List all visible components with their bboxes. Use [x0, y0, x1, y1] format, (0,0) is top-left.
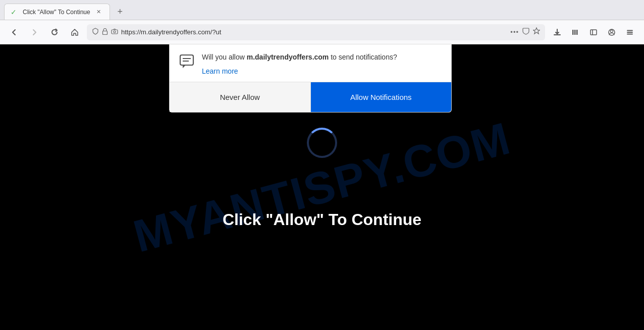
popup-content-area: Will you allow m.dailytrendyoffers.com t…: [170, 44, 451, 82]
forward-icon: [30, 28, 38, 36]
back-icon: [10, 28, 18, 36]
popup-buttons: Never Allow Allow Notifications: [170, 82, 451, 112]
download-icon: [553, 28, 561, 36]
forward-button[interactable]: [26, 24, 42, 40]
question-suffix: to send notifications?: [329, 53, 397, 61]
svg-rect-3: [572, 30, 574, 35]
svg-rect-4: [574, 30, 576, 35]
loading-spinner: [307, 128, 337, 158]
notification-icon: [178, 52, 196, 71]
library-button[interactable]: [567, 24, 583, 40]
shield-icon: [92, 28, 99, 36]
never-allow-button[interactable]: Never Allow: [170, 82, 311, 112]
pocket-button[interactable]: [522, 27, 530, 37]
bookmark-button[interactable]: [533, 27, 540, 37]
active-tab[interactable]: ✓ Click "Allow" To Continue ✕: [4, 4, 110, 20]
menu-button[interactable]: [622, 24, 638, 40]
sidebar-button[interactable]: [585, 24, 602, 40]
library-icon: [571, 28, 579, 36]
back-button[interactable]: [6, 24, 22, 40]
browser-frame: ✓ Click "Allow" To Continue ✕ +: [0, 0, 644, 330]
account-button[interactable]: [604, 24, 620, 40]
svg-rect-1: [112, 30, 118, 34]
address-bar[interactable]: https://m.dailytrendyoffers.com/?ut •••: [87, 24, 545, 40]
tab-favicon-check: ✓: [11, 8, 19, 16]
download-button[interactable]: [549, 24, 565, 40]
nav-bar: https://m.dailytrendyoffers.com/?ut •••: [0, 20, 644, 44]
nav-right-icons: [549, 24, 638, 40]
svg-point-9: [611, 30, 613, 32]
star-icon: [533, 27, 540, 35]
reload-icon: [50, 28, 59, 36]
loading-spinner-container: [307, 128, 337, 158]
svg-rect-0: [103, 31, 108, 34]
allow-notifications-button[interactable]: Allow Notifications: [311, 82, 452, 112]
reload-button[interactable]: [46, 24, 63, 40]
lock-icon: [102, 28, 108, 36]
svg-point-2: [114, 31, 116, 33]
hamburger-icon: [626, 28, 634, 36]
svg-rect-6: [591, 30, 597, 35]
sidebar-icon: [589, 28, 598, 36]
question-prefix: Will you allow: [202, 53, 247, 61]
pocket-icon: [522, 27, 530, 35]
chat-bubble-icon: [179, 53, 195, 70]
notification-popup: Will you allow m.dailytrendyoffers.com t…: [169, 44, 452, 113]
home-button[interactable]: [67, 24, 83, 40]
page-main-text: Click "Allow" To Continue: [223, 210, 421, 229]
popup-question: Will you allow m.dailytrendyoffers.com t…: [202, 52, 443, 63]
popup-text-area: Will you allow m.dailytrendyoffers.com t…: [202, 52, 443, 76]
learn-more-link[interactable]: Learn more: [202, 67, 238, 75]
account-icon: [608, 28, 616, 36]
svg-rect-5: [576, 30, 578, 35]
more-button[interactable]: •••: [510, 28, 519, 36]
tab-close-button[interactable]: ✕: [94, 8, 103, 17]
tab-bar: ✓ Click "Allow" To Continue ✕ +: [0, 0, 644, 20]
url-display: https://m.dailytrendyoffers.com/?ut: [121, 28, 507, 36]
tab-title: Click "Allow" To Continue: [23, 9, 90, 16]
new-tab-button[interactable]: +: [112, 4, 128, 20]
popup-domain: m.dailytrendyoffers.com: [247, 53, 329, 61]
camera-permission-icon: [111, 28, 118, 36]
svg-rect-13: [180, 55, 193, 65]
page-content: MYANTISPY.COM Click "Allow" To Continue …: [0, 44, 644, 330]
home-icon: [71, 28, 79, 36]
